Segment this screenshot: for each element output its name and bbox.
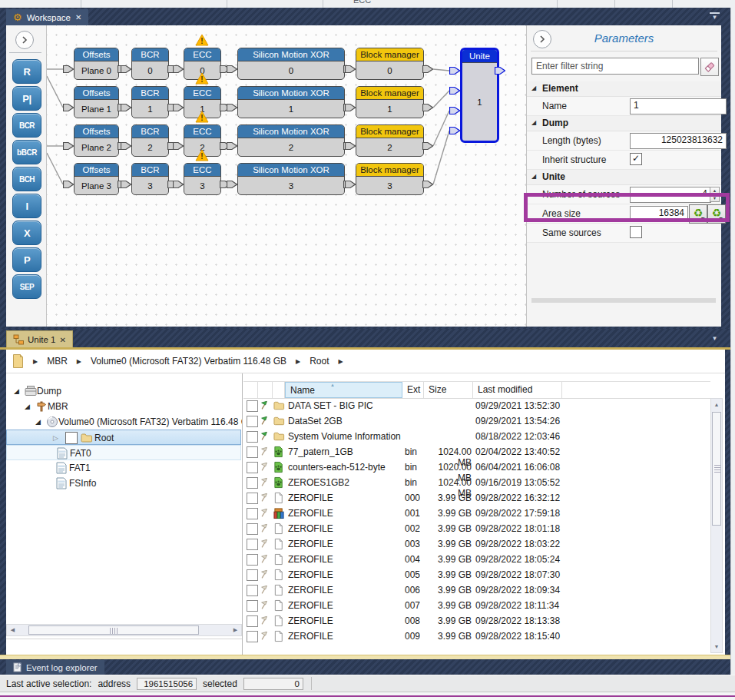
expander-expanded-icon[interactable]: ◢ xyxy=(25,403,30,410)
tool-button-sep[interactable]: SEP xyxy=(12,274,41,299)
unite-node[interactable]: Unite1 xyxy=(460,48,499,143)
tree-item-mbr[interactable]: ◢MBR xyxy=(6,399,241,414)
collapse-toolbar-button[interactable] xyxy=(15,31,34,49)
clear-filter-button[interactable] xyxy=(700,58,719,76)
file-checkbox[interactable] xyxy=(247,446,258,458)
file-checkbox[interactable] xyxy=(247,493,258,504)
tree-item-fat0[interactable]: FAT0 xyxy=(6,445,241,460)
group-expander-icon[interactable]: ◢ xyxy=(531,173,536,180)
param-value-field[interactable]: 125023813632 xyxy=(630,133,727,149)
convert-d-button[interactable]: ♻D xyxy=(707,204,726,224)
file-checkbox[interactable] xyxy=(247,631,258,642)
file-checkbox[interactable] xyxy=(247,554,258,566)
file-checkbox[interactable] xyxy=(247,462,258,473)
scroll-down-icon[interactable]: ▼ xyxy=(711,641,722,652)
graph-node[interactable]: Silicon Motion XOR3 xyxy=(237,163,345,195)
file-row[interactable]: counters-each-512-bytebin1020.00 MB06/04… xyxy=(243,459,710,475)
file-row[interactable]: ZEROFILE0033.99 GB09/28/2022 18:03:22 xyxy=(243,536,710,552)
breadcrumb-item-root[interactable]: Root xyxy=(310,356,329,367)
graph-node[interactable]: Silicon Motion XOR0 xyxy=(237,48,345,80)
tool-button-p[interactable]: P| xyxy=(12,86,41,111)
scroll-right-icon[interactable]: ▶ xyxy=(230,625,241,635)
graph-node[interactable]: OffsetsPlane 0 xyxy=(74,48,119,80)
tool-button-bch[interactable]: BCH xyxy=(12,167,41,191)
window-menu-icon[interactable]: ▼ xyxy=(710,335,720,342)
file-checkbox[interactable] xyxy=(247,539,258,550)
tab-unite-1[interactable]: Unite 1 ✕ xyxy=(6,330,73,348)
spin-down-icon[interactable]: ▼ xyxy=(710,194,720,202)
file-row[interactable]: DataSet 2GB09/29/2021 13:54:26 xyxy=(243,413,710,429)
graph-node[interactable]: BCR1 xyxy=(131,86,169,118)
spin-up-icon[interactable]: ▲ xyxy=(710,187,720,194)
convert-p-button[interactable]: ♻P xyxy=(689,204,707,224)
group-expander-icon[interactable]: ◢ xyxy=(531,85,536,91)
expander-expanded-icon[interactable]: ◢ xyxy=(35,418,41,426)
file-checkbox[interactable] xyxy=(247,508,258,519)
file-checkbox[interactable] xyxy=(247,477,258,489)
parameters-splitter[interactable] xyxy=(531,298,716,303)
file-row[interactable]: ZEROES1GB2bin1024.00 MB09/16/2019 13:05:… xyxy=(243,475,710,490)
tool-button-bbcr[interactable]: bBCR xyxy=(12,140,41,164)
file-row[interactable]: ZEROFILE0063.99 GB09/28/2022 18:09:34 xyxy=(243,582,710,598)
graph-node[interactable]: Block manager0 xyxy=(356,48,424,80)
tool-button-bcr[interactable]: BCR xyxy=(12,113,41,138)
column-flag[interactable] xyxy=(258,382,273,398)
file-row[interactable]: ZEROFILE0053.99 GB09/28/2022 18:07:30 xyxy=(243,567,710,582)
graph-node[interactable]: OffsetsPlane 2 xyxy=(74,124,119,157)
graph-node[interactable]: Block manager1 xyxy=(356,86,424,118)
file-checkbox[interactable] xyxy=(247,600,258,612)
column-size[interactable]: Size xyxy=(424,382,473,398)
file-checkbox[interactable] xyxy=(247,400,258,412)
vertical-scrollbar[interactable]: ▲ ▼ xyxy=(710,398,723,653)
tree-item-fsinfo[interactable]: FSInfo xyxy=(6,476,241,491)
horizontal-scrollbar[interactable]: ◀ ▶ xyxy=(6,624,242,636)
file-row[interactable]: ZEROFILE0043.99 GB09/28/2022 18:05:24 xyxy=(243,552,710,567)
graph-node[interactable]: BCR0 xyxy=(131,48,169,80)
file-row[interactable]: DATA SET - BIG PIC09/29/2021 13:52:30 xyxy=(243,398,710,413)
graph-node[interactable]: Block manager2 xyxy=(356,124,424,157)
file-row[interactable]: System Volume Information08/18/2022 12:0… xyxy=(243,429,710,444)
param-value-field[interactable]: 1 xyxy=(630,98,727,114)
graph-node[interactable]: Block manager3 xyxy=(356,163,424,195)
file-row[interactable]: ZEROFILE0023.99 GB09/28/2022 18:01:18 xyxy=(243,521,710,536)
scrollbar-thumb[interactable] xyxy=(28,625,199,635)
graph-node[interactable]: BCR3 xyxy=(131,163,169,195)
file-row[interactable]: ZEROFILE0013.99 GB09/28/2022 17:59:18 xyxy=(243,506,710,521)
breadcrumb-item-volume0[interactable]: Volume0 (Microsoft FAT32) Verbatim 116.4… xyxy=(91,356,286,367)
expander-collapsed-icon[interactable]: ▷ xyxy=(53,434,58,442)
graph-node[interactable]: OffsetsPlane 3 xyxy=(74,163,119,195)
expander-expanded-icon[interactable]: ◢ xyxy=(14,387,19,395)
scroll-left-icon[interactable]: ◀ xyxy=(7,625,18,635)
tree-item-fat1[interactable]: FAT1 xyxy=(6,460,241,476)
file-checkbox[interactable] xyxy=(247,569,258,581)
graph-node[interactable]: BCR2 xyxy=(131,124,169,157)
file-checkbox[interactable] xyxy=(247,523,258,535)
group-expander-icon[interactable]: ◢ xyxy=(531,119,536,126)
column-name[interactable]: Name ▲ xyxy=(285,382,402,398)
tool-button-i[interactable]: I xyxy=(12,194,41,218)
param-value-field[interactable]: 16384 xyxy=(630,206,688,222)
column-ext[interactable]: Ext xyxy=(402,382,424,398)
graph-node[interactable]: OffsetsPlane 1 xyxy=(74,86,119,118)
tree-item-volume0-microsoft-fa[interactable]: ◢Volume0 (Microsoft FAT32) Verbatim 116.… xyxy=(6,414,241,430)
graph-node[interactable]: Silicon Motion XOR2 xyxy=(237,124,345,157)
checkbox[interactable]: ✓ xyxy=(630,153,642,165)
file-row[interactable]: 77_patern_1GBbin1024.00 MB02/04/2022 13:… xyxy=(243,444,710,459)
filter-input[interactable] xyxy=(531,58,699,75)
graph-node[interactable]: ECC3 xyxy=(184,163,221,195)
tab-event-log-explorer[interactable]: Event log explorer xyxy=(6,660,104,675)
close-icon[interactable]: ✕ xyxy=(59,336,65,344)
tool-button-x[interactable]: X xyxy=(12,221,41,245)
file-row[interactable]: ZEROFILE0073.99 GB09/28/2022 18:11:34 xyxy=(243,598,710,613)
scrollbar-thumb[interactable] xyxy=(712,412,721,526)
breadcrumb-item-mbr[interactable]: MBR xyxy=(47,356,68,367)
tree-item-root[interactable]: ▷Root xyxy=(6,430,241,445)
tab-workspace[interactable]: ⚙ Workspace ✕ xyxy=(6,9,88,25)
graph-canvas[interactable]: OffsetsPlane 0BCR0ECC0Silicon Motion XOR… xyxy=(46,25,526,327)
close-icon[interactable]: ✕ xyxy=(75,13,81,22)
tree-item-dump[interactable]: ◢Dump xyxy=(6,383,241,399)
file-row[interactable]: ZEROFILE0003.99 GB09/28/2022 16:32:12 xyxy=(243,490,710,506)
file-checkbox[interactable] xyxy=(247,585,258,596)
tool-button-p[interactable]: P xyxy=(12,247,41,272)
tree-checkbox[interactable] xyxy=(65,432,78,444)
